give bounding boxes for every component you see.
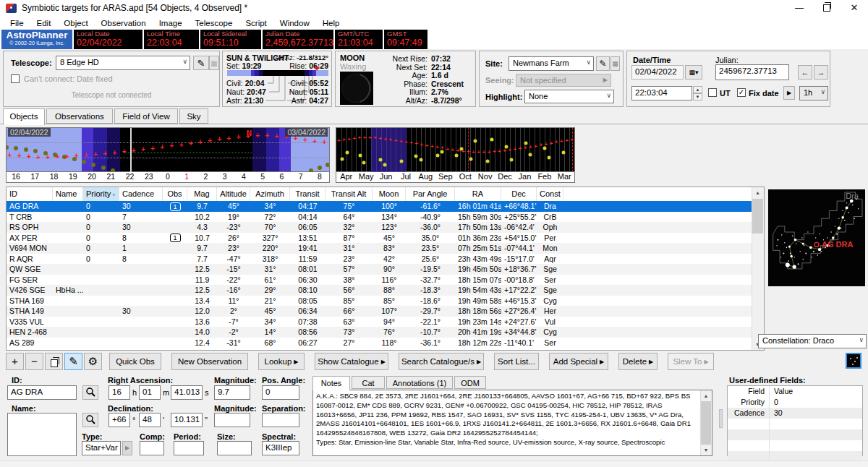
table-row[interactable]: AX PER08110.726°327°13:5187°45°35.0°01h … — [7, 233, 752, 244]
step-button[interactable]: ▶ — [783, 86, 795, 100]
name-input[interactable] — [7, 413, 77, 456]
delete-button[interactable]: Delete▶ — [618, 353, 658, 370]
table-row[interactable]: AS 28912.4-31°68°06:2727°118°-36.1°18h 1… — [7, 338, 752, 348]
menu-help[interactable]: Help — [316, 18, 346, 28]
table-row[interactable]: FG SER11.9-22°61°06:3038°116°-32.7°18h 1… — [7, 275, 752, 286]
pos-angle-input[interactable]: 0 — [262, 385, 299, 400]
table-row[interactable]: T CRB0710.219°72°04:1464°134°-40.9°15h 5… — [7, 212, 752, 223]
table-row[interactable]: HEN 2-46814.0-2°14°08:5673°76°-10.7°20h … — [7, 327, 752, 338]
notes-tab-annotations-1-[interactable]: Annotations (1) — [386, 376, 453, 389]
table-row[interactable]: R AQR087.7-47°318°11:5923°42°25.6°23h 43… — [7, 254, 752, 265]
edit-site-button[interactable]: ✎ — [596, 56, 610, 71]
column-header-moon[interactable]: Moon — [373, 187, 406, 201]
menu-image[interactable]: Image — [153, 18, 189, 28]
column-header-cadence[interactable]: Cadence — [119, 187, 163, 201]
column-header-priority[interactable]: Priority▾ — [83, 187, 119, 201]
table-row[interactable]: STHA 16913.411°21°08:0585°85°-18.6°19h 4… — [7, 296, 752, 307]
magnitude-input[interactable]: 9.7 — [214, 385, 250, 400]
notes-text[interactable]: A.K.A.: SBC9 884, 2E 3573, 2RE J1601+664… — [312, 390, 712, 456]
cant-connect-checkbox[interactable] — [11, 74, 20, 83]
column-header-par-angle[interactable]: Par Angle — [406, 187, 455, 201]
telescope-select[interactable]: 8 Edge HD∨ — [56, 56, 190, 70]
lookup-id-button[interactable] — [82, 385, 98, 400]
column-header-altitude[interactable]: Altitude — [217, 187, 250, 201]
table-row[interactable]: QW SGE12.5-15°31°08:0157°90°-19.5°19h 45… — [7, 264, 752, 275]
night-altitude-plot[interactable]: 02/04/202203/04/2022N+++++++++++++++++++… — [7, 128, 329, 172]
menu-edit[interactable]: Edit — [30, 18, 58, 28]
column-header-id[interactable]: ID — [7, 187, 53, 201]
scroll-up-icon[interactable]: ▲ — [752, 187, 763, 198]
lookup-button[interactable]: Lookup▶ — [258, 353, 305, 370]
udf-row[interactable] — [728, 440, 862, 451]
scroll-down-icon[interactable]: ▼ — [701, 445, 711, 455]
column-header-transit-alt[interactable]: Transit Alt — [326, 187, 373, 201]
site-grid-button[interactable]: ▦ — [610, 56, 620, 71]
date-input[interactable]: 02/04/2022 — [631, 65, 684, 80]
separation-input[interactable] — [262, 413, 299, 427]
column-header-mag[interactable]: Mag — [187, 187, 217, 201]
udf-row[interactable]: Cadence30 — [728, 408, 862, 419]
column-header-name[interactable]: Name — [53, 187, 83, 201]
next-day-button[interactable]: → — [814, 65, 828, 80]
fix-date-checkbox[interactable]: ✓ — [737, 88, 746, 97]
udf-row[interactable] — [728, 419, 862, 429]
pane-resize-handle[interactable] — [719, 409, 723, 428]
menu-telescope[interactable]: Telescope — [189, 18, 239, 28]
table-row[interactable]: RS OPH0304.3-23°70°06:0532°123°-36.0°17h… — [7, 222, 752, 233]
site-select[interactable]: Newmans Farm∨ — [509, 56, 594, 71]
udf-row[interactable]: Priority0 — [728, 397, 862, 408]
table-row[interactable]: V335 VUL13.6-7°34°07:3863°94°-22.1°19h 2… — [7, 317, 752, 327]
menu-object[interactable]: Object — [57, 18, 94, 28]
menu-script[interactable]: Script — [239, 18, 273, 28]
edit-object-button[interactable]: ✎ — [64, 353, 82, 370]
scroll-up-icon[interactable]: ▲ — [701, 390, 711, 401]
column-header-obs[interactable]: Obs — [163, 187, 187, 201]
period-input[interactable] — [174, 441, 204, 455]
minimize-button[interactable]: — — [786, 0, 813, 16]
table-row[interactable]: V426 SGEHbHa ...12.5-16°29°08:1056°88°-1… — [7, 285, 752, 296]
notes-tab-odm[interactable]: ODM — [454, 376, 486, 389]
finder-chart-toggle-button[interactable] — [846, 353, 861, 369]
scroll-thumb[interactable] — [701, 401, 711, 445]
add-special-button[interactable]: Add Special▶ — [549, 353, 608, 370]
size-input[interactable] — [217, 441, 252, 455]
constellation-select[interactable]: Constellation: Draco∨ — [758, 334, 867, 348]
table-row[interactable]: AG DRA03019.745°34°04:1775°100°-61.6°16h… — [7, 201, 752, 212]
sort-list-button[interactable]: Sort List... — [494, 353, 539, 370]
year-altitude-plot[interactable]: ++++++++++++++++++++++++++++++++++++++++… — [336, 128, 574, 172]
dec-minutes-input[interactable]: 48 — [139, 413, 161, 427]
table-scrollbar[interactable]: ▲ ▼ — [752, 187, 764, 350]
time-up-button[interactable]: ▲ — [693, 86, 702, 93]
julian-input[interactable]: 2459672.37713 — [715, 64, 789, 80]
ut-checkbox[interactable] — [708, 88, 717, 97]
column-header-ra[interactable]: RA — [455, 187, 501, 201]
tab-observations[interactable]: Observations — [46, 108, 113, 124]
time-input[interactable]: 22:03:04 — [631, 86, 692, 100]
table-row[interactable]: STHA 1493012.02°45°06:3466°107°-29.7°18h… — [7, 306, 752, 317]
dec-seconds-input[interactable]: 10.131 — [171, 413, 203, 427]
comp-input[interactable] — [140, 441, 164, 455]
quick-obs-button[interactable]: Quick Obs — [109, 353, 161, 370]
udf-row[interactable] — [728, 429, 862, 440]
restore-button[interactable] — [813, 0, 841, 16]
settings-button[interactable]: ⚙ — [84, 353, 102, 370]
tab-field-of-view[interactable]: Field of View — [114, 108, 178, 124]
step-select[interactable]: 1h∨ — [799, 86, 828, 100]
notes-tab-notes[interactable]: Notes — [312, 376, 350, 390]
prev-day-button[interactable]: ← — [798, 65, 812, 80]
notes-tab-cat[interactable]: Cat — [352, 376, 385, 389]
calendar-picker-button[interactable]: ▦▾ — [685, 65, 702, 80]
time-down-button[interactable]: ▼ — [693, 93, 702, 100]
column-header-const[interactable]: Const — [537, 187, 563, 201]
new-observation-button[interactable]: New Observation — [171, 353, 248, 370]
column-header-dec[interactable]: Dec — [501, 187, 537, 201]
table-row[interactable]: V694 MON019.723°220°19:4131°83°23.5°07h … — [7, 243, 752, 254]
column-header-azimuth[interactable]: Azimuth — [250, 187, 290, 201]
menu-file[interactable]: File — [4, 18, 30, 28]
ra-seconds-input[interactable]: 41.013 — [171, 385, 203, 400]
type-picker-button[interactable]: ▶ — [122, 441, 132, 455]
id-input[interactable]: AG DRA — [7, 385, 77, 400]
type-input[interactable]: Star+Var St — [82, 441, 121, 455]
search-catalogues-button[interactable]: Search Catalogue/s▶ — [399, 353, 484, 370]
show-catalogue-button[interactable]: Show Catalogue▶ — [315, 353, 388, 370]
